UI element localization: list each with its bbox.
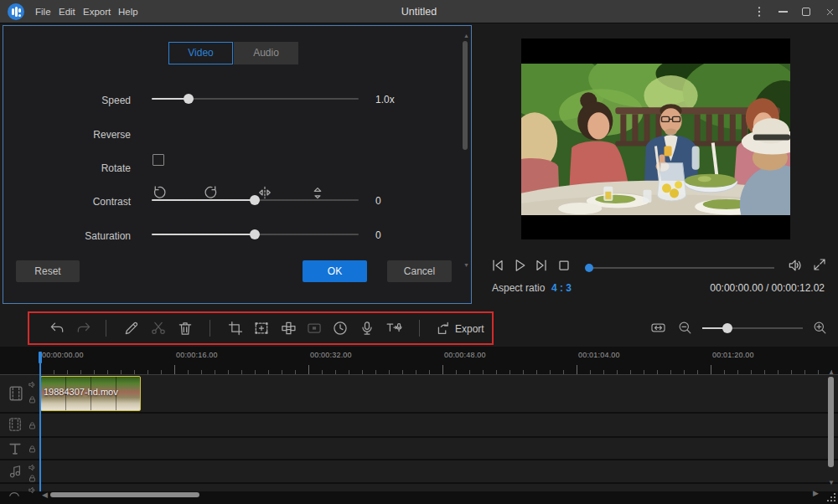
freeze-frame-icon[interactable]: [306, 320, 323, 337]
title-bar: File Edit Export Help Untitled: [0, 0, 838, 23]
effect-track-icon: [7, 486, 22, 501]
previous-frame-icon[interactable]: [489, 257, 506, 274]
effect-track-lane: [0, 484, 838, 491]
saturation-label: Saturation: [30, 230, 131, 242]
duration-clock-icon[interactable]: [332, 320, 349, 337]
saturation-slider[interactable]: [152, 229, 359, 239]
vertical-scrollbar-thumb[interactable]: [828, 377, 834, 467]
close-button[interactable]: [818, 0, 838, 23]
more-options-kebab-icon[interactable]: [747, 0, 771, 23]
music-track-icon: [7, 463, 23, 480]
hscroll-left-arrow-icon[interactable]: ◀: [42, 491, 48, 499]
tab-video[interactable]: Video: [168, 42, 233, 64]
contrast-value: 0: [375, 195, 381, 207]
zoom-slider-knob[interactable]: [722, 323, 732, 333]
ruler-label: 00:00:00.00: [42, 351, 84, 359]
track-lock-icon[interactable]: [28, 445, 37, 454]
clip-name-label: 19884307-hd.mov: [44, 387, 118, 397]
tab-audio[interactable]: Audio: [234, 42, 298, 64]
ruler-label: 00:00:16.00: [176, 351, 218, 359]
panel-scrollbar-thumb[interactable]: [463, 41, 468, 150]
speed-slider[interactable]: [152, 94, 359, 104]
seek-slider[interactable]: [586, 264, 774, 272]
panel-scroll-down-icon[interactable]: ▼: [463, 262, 469, 268]
voiceover-mic-icon[interactable]: [359, 320, 375, 337]
stop-icon[interactable]: [556, 257, 572, 274]
timeline-clip[interactable]: 19884307-hd.mov: [40, 376, 141, 411]
ruler-label: 00:01:20.00: [712, 351, 754, 359]
fullscreen-icon[interactable]: [812, 257, 827, 272]
export-icon[interactable]: [434, 320, 451, 337]
horizontal-scrollbar-thumb[interactable]: [50, 492, 199, 497]
vscroll-up-arrow-icon[interactable]: ▲: [828, 368, 835, 376]
track-lock-icon[interactable]: [28, 421, 37, 430]
reverse-label: Reverse: [30, 129, 131, 141]
cancel-button[interactable]: Cancel: [387, 260, 452, 282]
preview-video-scene: [521, 64, 790, 215]
next-frame-icon[interactable]: [533, 257, 550, 274]
aspect-ratio-label: Aspect ratio: [492, 282, 545, 294]
speed-label: Speed: [30, 95, 131, 106]
track-lock-icon[interactable]: [28, 474, 37, 483]
contrast-label: Contrast: [30, 196, 131, 208]
aspect-ratio-value[interactable]: 4 : 3: [551, 282, 572, 294]
toolbar-divider: [106, 320, 106, 337]
reset-button[interactable]: Reset: [16, 260, 80, 282]
panel-scrollbar[interactable]: ▲ ▼: [463, 33, 468, 284]
speed-value: 1.0x: [375, 94, 395, 105]
music-track-lane: [0, 460, 838, 482]
timecode-display: 00:00:00.00 / 00:00:12.02: [710, 282, 825, 294]
vscroll-down-arrow-icon[interactable]: ▼: [828, 479, 835, 486]
text-track-icon: [7, 440, 23, 457]
track-audio-icon[interactable]: [28, 486, 37, 495]
app-window: File Edit Export Help Untitled Video Aud…: [0, 0, 838, 504]
text-to-speech-icon[interactable]: [384, 320, 404, 337]
ok-button[interactable]: OK: [303, 260, 367, 282]
track-audio-icon[interactable]: [28, 380, 37, 389]
toolbar-divider: [210, 320, 210, 337]
zoom-out-icon[interactable]: [677, 320, 693, 336]
volume-icon[interactable]: [787, 257, 804, 274]
clip-settings-panel: Video Audio Speed 1.0x Reverse Rotate Co…: [3, 25, 472, 304]
playhead-handle[interactable]: [39, 352, 42, 363]
video-preview-frame: [521, 39, 790, 239]
export-button-label[interactable]: Export: [455, 323, 484, 335]
panel-scroll-up-icon[interactable]: ▲: [463, 33, 469, 39]
delete-trash-icon[interactable]: [177, 320, 194, 337]
resize-grip-icon[interactable]: [826, 493, 836, 503]
saturation-value: 0: [375, 229, 381, 241]
hscroll-right-arrow-icon[interactable]: ▶: [813, 489, 819, 497]
redo-icon[interactable]: [75, 320, 92, 337]
edit-pencil-icon[interactable]: [123, 320, 140, 337]
fit-timeline-icon[interactable]: [650, 320, 666, 336]
window-title: Untitled: [0, 0, 838, 23]
video-track-icon: [7, 384, 25, 403]
ruler-label: 00:01:04.00: [578, 351, 620, 359]
text-track-lane: [0, 438, 838, 459]
pip-track-icon: [7, 416, 23, 433]
ruler-label: 00:00:32.00: [310, 351, 352, 359]
seek-knob[interactable]: [585, 264, 593, 272]
toolbar-divider: [419, 320, 420, 337]
playhead-line: [39, 363, 41, 491]
vertical-scrollbar[interactable]: ▲ ▼: [827, 368, 835, 494]
contrast-slider[interactable]: [152, 195, 359, 205]
minimize-button[interactable]: [771, 0, 794, 23]
overlay-track-lane: [0, 414, 838, 436]
reverse-checkbox[interactable]: [153, 154, 164, 166]
zoom-in-icon[interactable]: [812, 320, 828, 336]
track-lock-icon[interactable]: [28, 395, 37, 404]
ruler-major-ticks: [40, 365, 838, 374]
maximize-button[interactable]: [794, 0, 818, 23]
crop-icon[interactable]: [227, 320, 244, 337]
ruler-label: 00:00:48.00: [444, 351, 486, 359]
zoom-region-icon[interactable]: [253, 320, 270, 337]
timeline-zoom-slider[interactable]: [702, 323, 803, 333]
play-icon[interactable]: [511, 257, 528, 274]
rotate-label: Rotate: [30, 162, 131, 174]
track-audio-icon[interactable]: [28, 463, 37, 472]
cut-scissors-icon[interactable]: [150, 320, 167, 337]
undo-icon[interactable]: [49, 320, 65, 337]
timeline-ruler[interactable]: 00:00:00.00 00:00:16.00 00:00:32.00 00:0…: [0, 347, 838, 375]
mosaic-icon[interactable]: [280, 320, 297, 337]
